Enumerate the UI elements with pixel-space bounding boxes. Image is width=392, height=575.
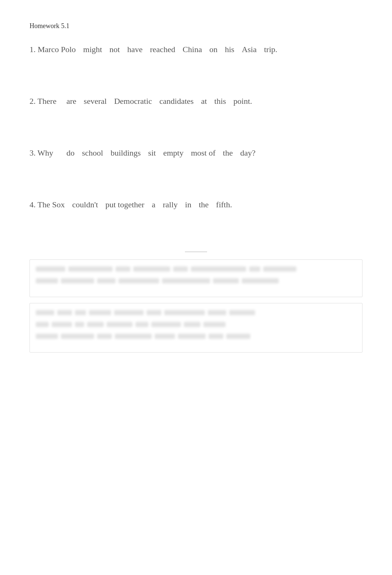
sentence-4-word-5: in (181, 200, 195, 210)
blurred-row-3 (36, 310, 356, 315)
blurred-item (89, 310, 111, 315)
sentence-1-word-1: might (79, 45, 106, 54)
sentence-3-word-7: the (219, 148, 237, 158)
sentence-row-1: 1. Marco Polo might not have reached Chi… (30, 45, 362, 74)
blurred-item (61, 334, 94, 339)
blurred-item (209, 334, 223, 339)
blurred-item (107, 322, 133, 327)
sentence-2-word-5: at (197, 96, 211, 106)
sentence-2-word-4: candidates (156, 96, 197, 106)
blurred-block-2 (30, 303, 362, 353)
sentence-1-word-8: Asia (238, 45, 260, 54)
blurred-item (97, 334, 112, 339)
sentence-4-word-2: put together (102, 200, 148, 210)
sentence-words-4: 4. The Sox couldn't put together a rally… (30, 200, 236, 210)
sentence-1-word-9: trip. (260, 45, 281, 54)
sentence-4-word-0: 4. The Sox (30, 200, 69, 210)
page-container: Homework 5.1 1. Marco Polo might not hav… (30, 22, 362, 353)
blurred-row-2 (36, 278, 356, 283)
blurred-item (36, 334, 58, 339)
sentence-4-word-3: a (148, 200, 159, 210)
blurred-item (226, 334, 250, 339)
blurred-item (135, 322, 148, 327)
sentence-words-1: 1. Marco Polo might not have reached Chi… (30, 45, 281, 54)
sentence-1-word-6: on (206, 45, 221, 54)
blurred-item (115, 334, 152, 339)
sentence-1-word-3: have (124, 45, 147, 54)
blurred-item (116, 266, 130, 272)
blurred-item (36, 278, 58, 283)
sentence-4-word-7: fifth. (212, 200, 235, 210)
sentence-2-word-1: are (63, 96, 80, 106)
sentence-3-word-2: school (78, 148, 107, 158)
blurred-item (75, 322, 84, 327)
blurred-item (114, 310, 144, 315)
sentence-1-word-4: reached (146, 45, 179, 54)
sentence-3-word-0: 3. Why (30, 148, 63, 158)
blurred-item (57, 310, 72, 315)
blurred-block-1 (30, 259, 362, 297)
sentence-words-2: 2. There are several Democratic candidat… (30, 96, 256, 106)
sentence-1-word-2: not (106, 45, 124, 54)
sentence-3-word-8: day? (237, 148, 259, 158)
sentence-3-word-1: do (63, 148, 78, 158)
sentence-4-word-4: rally (159, 200, 181, 210)
blurred-item (164, 310, 205, 315)
blurred-item (191, 266, 246, 272)
sentence-4-word-1: couldn't (69, 200, 102, 210)
sentence-2-word-2: several (80, 96, 110, 106)
separator-line (185, 252, 207, 252)
sentence-row-2: 2. There are several Democratic candidat… (30, 96, 362, 126)
blurred-item (36, 322, 49, 327)
blurred-item (52, 322, 72, 327)
sentence-1-word-5: China (179, 45, 206, 54)
blurred-item (75, 310, 86, 315)
blurred-item (36, 310, 54, 315)
page-title: Homework 5.1 (30, 22, 362, 30)
sentence-3-word-5: empty (159, 148, 187, 158)
blurred-row-4 (36, 322, 356, 327)
blurred-item (229, 310, 255, 315)
sentence-row-3: 3. Why do school buildings sit empty mos… (30, 148, 362, 178)
blurred-item (97, 278, 116, 283)
blurred-item (242, 278, 279, 283)
blurred-row-5 (36, 334, 356, 339)
sentence-1-word-7: his (221, 45, 238, 54)
blurred-item (61, 278, 94, 283)
blurred-item (36, 266, 65, 272)
sentence-2-word-7: point. (230, 96, 256, 106)
blurred-item (151, 322, 181, 327)
sentence-2-word-3: Democratic (110, 96, 156, 106)
blurred-item (162, 278, 210, 283)
sentence-words-3: 3. Why do school buildings sit empty mos… (30, 148, 259, 158)
blurred-item (133, 266, 170, 272)
blurred-item (203, 322, 226, 327)
sentence-2-word-0: 2. There (30, 96, 63, 106)
blurred-item (178, 334, 206, 339)
blurred-item (173, 266, 188, 272)
blurred-item (147, 310, 161, 315)
sentence-2-word-6: this (211, 96, 230, 106)
sentence-3-word-3: buildings (107, 148, 144, 158)
blurred-row-1 (36, 266, 356, 272)
blurred-item (208, 310, 226, 315)
blurred-item (87, 322, 104, 327)
sentence-4-word-6: the (195, 200, 212, 210)
sentence-3-word-4: sit (144, 148, 159, 158)
sentence-row-4: 4. The Sox couldn't put together a rally… (30, 200, 362, 229)
blurred-item (213, 278, 239, 283)
blurred-item (249, 266, 260, 272)
blurred-section (30, 252, 362, 353)
blurred-item (68, 266, 113, 272)
blurred-item (184, 322, 200, 327)
sentence-3-word-6: most of (187, 148, 219, 158)
blurred-item (155, 334, 175, 339)
blurred-item (263, 266, 296, 272)
blurred-item (118, 278, 159, 283)
sentence-1-word-0: 1. Marco Polo (30, 45, 79, 54)
